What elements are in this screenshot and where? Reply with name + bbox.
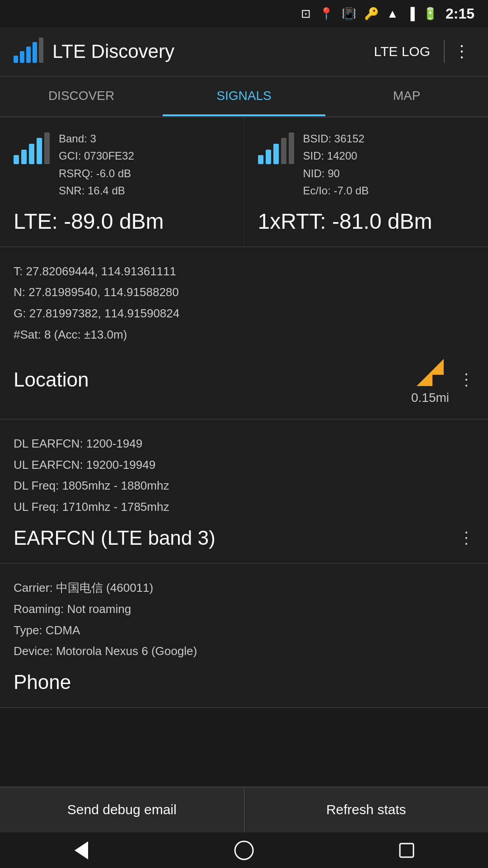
location-label: Location — [14, 368, 89, 391]
bottom-buttons: Send debug email Refresh stats — [0, 787, 488, 832]
xrtt-card-header: BSID: 36152 SID: 14200 NID: 90 Ec/Io: -7… — [258, 130, 475, 200]
refresh-stats-button[interactable]: Refresh stats — [244, 788, 488, 832]
xrtt-ecio: Ec/Io: -7.0 dB — [303, 182, 369, 199]
tab-bar: DISCOVER SIGNALS MAP — [0, 77, 488, 118]
svg-point-2 — [235, 841, 253, 859]
lte-rsrq: RSRQ: -6.0 dB — [59, 165, 134, 182]
bar3 — [26, 47, 31, 63]
nav-recents-button[interactable] — [393, 837, 420, 864]
location-section: T: 27.82069444, 114.91361111 N: 27.81989… — [0, 247, 488, 420]
xrtt-sid: SID: 14200 — [303, 147, 369, 165]
phone-label: Phone — [14, 671, 71, 693]
lte-band: Band: 3 — [59, 130, 134, 147]
lte-signal-icon — [14, 132, 50, 164]
bar1 — [14, 56, 18, 63]
location-coords: T: 27.82069444, 114.91361111 N: 27.81989… — [14, 261, 474, 345]
xrtt-bsid: BSID: 36152 — [303, 130, 369, 147]
location-more-icon[interactable]: ⋮ — [458, 370, 474, 389]
phone-device: Device: Motorola Nexus 6 (Google) — [14, 641, 474, 662]
svg-marker-0 — [417, 359, 444, 386]
earfcn-label: EARFCN (LTE band 3) — [14, 527, 216, 549]
location-sat: #Sat: 8 (Acc: ±13.0m) — [14, 324, 474, 345]
send-debug-button[interactable]: Send debug email — [0, 788, 244, 832]
bar5 — [39, 38, 43, 63]
earfcn-dl: DL EARFCN: 1200-1949 — [14, 433, 474, 454]
status-bar: ⊡ 📍 📳 🔑 ▲ ▐ 🔋 2:15 — [0, 0, 488, 27]
app-bar: LTE Discovery LTE LOG ⋮ — [0, 27, 488, 77]
bar4 — [33, 42, 37, 63]
lte-dbm: LTE: -89.0 dBm — [14, 209, 230, 234]
phone-roaming: Roaming: Not roaming — [14, 599, 474, 620]
vpn-icon: 🔑 — [364, 7, 379, 21]
tab-signals[interactable]: SIGNALS — [163, 77, 325, 116]
earfcn-section: DL EARFCN: 1200-1949 UL EARFCN: 19200-19… — [0, 420, 488, 564]
direction-container: 0.15mi — [411, 354, 449, 405]
app-logo: LTE Discovery — [14, 40, 365, 63]
distance-label: 0.15mi — [411, 391, 449, 405]
earfcn-ul: UL EARFCN: 19200-19949 — [14, 454, 474, 476]
lte-bar3 — [29, 144, 34, 164]
signal-status-icon: ▐ — [407, 7, 415, 21]
location-right: 0.15mi ⋮ — [411, 354, 474, 405]
bar2 — [20, 51, 24, 63]
phone-section: Carrier: 中国电信 (460011) Roaming: Not roam… — [0, 564, 488, 708]
lte-bar5 — [44, 132, 50, 164]
battery-icon: 🔋 — [423, 7, 437, 21]
nav-back-button[interactable] — [68, 837, 95, 864]
xrtt-signal-icon — [258, 132, 294, 164]
tab-map[interactable]: MAP — [325, 77, 488, 116]
xrtt-bar4 — [281, 138, 286, 164]
phone-carrier: Carrier: 中国电信 (460011) — [14, 577, 474, 599]
cast-icon: ⊡ — [301, 7, 311, 21]
lte-bar1 — [14, 155, 19, 164]
phone-type: Type: CDMA — [14, 620, 474, 641]
lte-card-info: Band: 3 GCI: 0730FE32 RSRQ: -6.0 dB SNR:… — [59, 130, 134, 200]
xrtt-bar1 — [258, 155, 263, 164]
xrtt-bar2 — [266, 150, 271, 164]
nav-bar — [0, 832, 488, 868]
home-icon — [233, 839, 255, 862]
lte-bar2 — [21, 150, 27, 164]
svg-marker-1 — [75, 841, 88, 859]
earfcn-dl-freq: DL Freq: 1805mhz - 1880mhz — [14, 475, 474, 496]
earfcn-ul-freq: UL Freq: 1710mhz - 1785mhz — [14, 496, 474, 518]
phone-details: Carrier: 中国电信 (460011) Roaming: Not roam… — [14, 577, 474, 662]
location-status-icon: 📍 — [319, 7, 333, 21]
xrtt-bar5 — [289, 132, 294, 164]
app-signal-icon — [14, 40, 43, 63]
earfcn-footer: EARFCN (LTE band 3) ⋮ — [14, 527, 474, 549]
location-footer: Location 0.15mi ⋮ — [14, 354, 474, 405]
divider — [444, 40, 445, 63]
more-options-icon[interactable]: ⋮ — [449, 38, 474, 66]
nav-home-button[interactable] — [230, 837, 258, 864]
tab-discover[interactable]: DISCOVER — [0, 77, 163, 116]
xrtt-dbm: 1xRTT: -81.0 dBm — [258, 209, 475, 234]
recents-icon — [395, 839, 418, 862]
xrtt-bar3 — [273, 144, 279, 164]
status-time: 2:15 — [446, 5, 474, 22]
svg-rect-3 — [400, 844, 413, 857]
vibrate-icon: 📳 — [342, 7, 356, 21]
app-title: LTE Discovery — [52, 41, 174, 62]
earfcn-details: DL EARFCN: 1200-1949 UL EARFCN: 19200-19… — [14, 433, 474, 518]
lte-bar4 — [37, 138, 42, 164]
xrtt-card-info: BSID: 36152 SID: 14200 NID: 90 Ec/Io: -7… — [303, 130, 369, 200]
location-n: N: 27.81989540, 114.91588280 — [14, 282, 474, 303]
direction-arrow-icon — [412, 354, 448, 391]
wifi-icon: ▲ — [387, 7, 399, 21]
app-bar-actions: LTE LOG ⋮ — [365, 38, 474, 66]
back-icon — [70, 839, 93, 862]
xrtt-nid: NID: 90 — [303, 165, 369, 182]
main-content: Band: 3 GCI: 0730FE32 RSRQ: -6.0 dB SNR:… — [0, 118, 488, 787]
lte-gci: GCI: 0730FE32 — [59, 147, 134, 165]
lte-card-header: Band: 3 GCI: 0730FE32 RSRQ: -6.0 dB SNR:… — [14, 130, 230, 200]
lte-log-button[interactable]: LTE LOG — [365, 39, 439, 64]
location-g: G: 27.81997382, 114.91590824 — [14, 303, 474, 324]
signal-cards: Band: 3 GCI: 0730FE32 RSRQ: -6.0 dB SNR:… — [0, 118, 488, 247]
xrtt-card: BSID: 36152 SID: 14200 NID: 90 Ec/Io: -7… — [244, 118, 488, 246]
earfcn-more-icon[interactable]: ⋮ — [458, 528, 474, 547]
lte-snr: SNR: 16.4 dB — [59, 182, 134, 199]
lte-card: Band: 3 GCI: 0730FE32 RSRQ: -6.0 dB SNR:… — [0, 118, 244, 246]
status-icons: ⊡ 📍 📳 🔑 ▲ ▐ 🔋 2:15 — [301, 5, 474, 22]
location-t: T: 27.82069444, 114.91361111 — [14, 261, 474, 282]
